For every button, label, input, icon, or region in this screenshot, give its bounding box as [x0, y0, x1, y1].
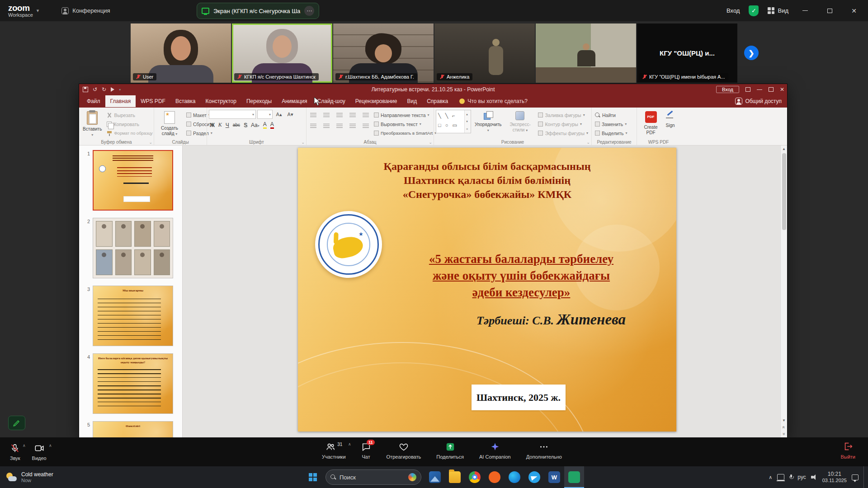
align-right-button[interactable] [335, 122, 344, 131]
slide-thumbnail-2[interactable]: 2 [83, 218, 182, 278]
columns-button[interactable] [361, 122, 371, 131]
tab-animations[interactable]: Анимация [277, 95, 312, 107]
next-participants-button[interactable]: ❯ [744, 46, 759, 60]
clipboard-dialog-launcher-icon[interactable]: ⌄ [149, 140, 152, 145]
notification-center-icon[interactable] [852, 474, 859, 480]
strikethrough-button[interactable]: abc [233, 122, 240, 127]
ribbon-display-icon[interactable] [745, 87, 750, 92]
maximize-button[interactable] [822, 0, 837, 21]
taskbar-app-edge[interactable] [505, 466, 524, 488]
align-left-button[interactable] [308, 122, 318, 131]
font-color-button[interactable]: А [270, 121, 274, 129]
ppt-minimize-button[interactable] [757, 89, 762, 90]
tray-mic-icon[interactable] [789, 474, 793, 480]
ai-companion-button[interactable]: AI Companion [479, 441, 511, 460]
sign-button[interactable]: Sign [664, 110, 677, 139]
annotation-pencil-button[interactable] [8, 416, 25, 430]
font-size-select[interactable]: ▾ [257, 110, 273, 119]
slide-thumbnail-4[interactable]: 4 Неге балаларға кітапқа деген қызығушыл… [83, 353, 182, 414]
numbering-button[interactable] [321, 111, 331, 120]
taskbar-app-chrome[interactable] [465, 466, 485, 488]
scroll-down-icon[interactable]: ▼ [781, 417, 787, 424]
shape-fill-button[interactable]: Заливка фигуры ▾ [537, 111, 590, 119]
taskbar-app-photos[interactable] [425, 466, 445, 488]
cut-button[interactable]: Вырезать [105, 111, 154, 119]
tab-more-icon[interactable]: ⋯ [304, 6, 314, 16]
align-center-button[interactable] [321, 122, 331, 131]
ppt-close-button[interactable]: ✕ [780, 86, 784, 93]
weather-widget[interactable]: Cold weather Now [5, 471, 53, 483]
decrease-indent-button[interactable] [335, 111, 344, 120]
display-icon[interactable] [777, 474, 784, 480]
slide-thumbnail-5[interactable]: 5 Өзектілігі [83, 421, 182, 437]
create-pdf-button[interactable]: PDF Create PDF [640, 110, 662, 139]
text-shadow-button[interactable]: S [244, 122, 247, 128]
share-screen-button[interactable]: Поделиться [436, 441, 464, 460]
view-button[interactable]: Вид [768, 7, 788, 14]
more-button[interactable]: Дополнительно [526, 441, 562, 460]
participant-tile[interactable]: Анжелика [434, 23, 535, 83]
shapes-scrollbar[interactable]: ▴▾≡ [464, 110, 471, 133]
underline-button[interactable]: Ч [226, 122, 229, 128]
ppt-signin-button[interactable]: Вход [716, 86, 739, 93]
participant-tile[interactable]: Әдемі бөбекжай-балабақшасы... [536, 23, 636, 83]
shape-outline-button[interactable]: Контур фигуры ▾ [537, 120, 590, 128]
taskbar-app-telegram[interactable] [524, 466, 544, 488]
tab-file[interactable]: Файл [82, 95, 105, 107]
scrollbar-thumb[interactable] [782, 153, 786, 230]
justify-button[interactable] [348, 122, 358, 131]
close-button[interactable]: ✕ [846, 0, 862, 21]
tab-screen-share[interactable]: Экран (КГКП я/с Снегурочка Ша ⋯ [197, 3, 319, 19]
participant-tile-active-speaker[interactable]: КГКП я/с Снегурочка Шахтинск [232, 23, 332, 83]
participant-tile-no-video[interactable]: КГУ "ОШ(РЦ) и... КГУ "ОШ(РЦ) имени Ыбыра… [637, 23, 737, 83]
qat-customize-icon[interactable]: ▾ [119, 88, 121, 92]
minimize-button[interactable] [797, 0, 813, 21]
reactions-button[interactable]: Отреагировать [387, 441, 421, 460]
tray-expand-chevron-icon[interactable]: ∧ [769, 474, 772, 480]
tab-review[interactable]: Рецензирование [350, 95, 402, 107]
video-options-chevron-icon[interactable]: ∧ [49, 443, 52, 448]
chat-button[interactable]: 11 Чат [361, 441, 371, 460]
leave-meeting-button[interactable]: Выйти [840, 441, 855, 460]
text-direction-button[interactable]: Направление текста ▾ [373, 111, 438, 119]
copy-button[interactable]: Копировать [105, 120, 154, 128]
start-button[interactable] [304, 466, 322, 488]
slide-thumbnail-1[interactable]: 1 [83, 150, 182, 211]
taskbar-app-word[interactable]: W [544, 466, 564, 488]
paragraph-dialog-launcher-icon[interactable]: ⌄ [429, 140, 432, 145]
shapes-gallery[interactable]: ╲ ╲ ⌐ □ ○ ▭ △ ◇ ☆ ( ) { } → ▴▾≡ [436, 110, 471, 133]
tab-meeting[interactable]: Конференция [61, 7, 110, 14]
tab-home[interactable]: Главная [105, 95, 136, 107]
tab-design[interactable]: Конструктор [200, 95, 241, 107]
tab-help[interactable]: Справка [422, 95, 453, 107]
smartart-button[interactable]: Преобразовать в SmartArt ▾ [373, 129, 438, 137]
taskbar-clock[interactable]: 10:21 03.11.2025 [822, 471, 847, 484]
align-text-button[interactable]: Выровнять текст ▾ [373, 120, 438, 128]
slideshow-icon[interactable] [111, 87, 114, 92]
quick-styles-button[interactable]: Экспресс-стили ▾ [505, 110, 535, 139]
select-button[interactable]: Выделить ▾ [594, 129, 628, 137]
undo-icon[interactable]: ↺ [93, 86, 97, 93]
increase-indent-button[interactable] [348, 111, 358, 120]
font-name-select[interactable]: ▾ [209, 110, 256, 119]
security-shield-icon[interactable]: ✓ [749, 5, 759, 16]
workspace-chevron-icon[interactable]: ▾ [37, 8, 39, 14]
shrink-font-button[interactable]: А▾ [285, 110, 295, 119]
drawing-dialog-launcher-icon[interactable]: ⌄ [586, 140, 590, 145]
participant-tile[interactable]: г.Шахтинск ББ, Адамбекова Г. [333, 23, 434, 83]
tab-slideshow[interactable]: Слайд-шоу [312, 95, 350, 107]
line-spacing-button[interactable] [361, 111, 371, 120]
video-button[interactable]: ∧ Видео [32, 443, 47, 461]
bold-button[interactable]: Ж [210, 122, 215, 128]
font-dialog-launcher-icon[interactable]: ⌄ [301, 140, 305, 145]
paste-button[interactable]: Вставить ▾ [81, 110, 104, 139]
tellme-box[interactable]: Что вы хотите сделать? [459, 98, 528, 104]
slide-thumbnail-3[interactable]: 3 Мы шығармы [83, 286, 182, 346]
language-indicator[interactable]: рус [797, 474, 806, 480]
show-desktop-button[interactable] [863, 466, 865, 488]
redo-icon[interactable]: ↻ [102, 86, 106, 93]
change-case-button[interactable]: Аа▾ [251, 122, 259, 128]
ppt-restore-button[interactable] [769, 87, 774, 92]
participant-tile[interactable]: User [131, 23, 231, 83]
tab-transitions[interactable]: Переходы [241, 95, 277, 107]
